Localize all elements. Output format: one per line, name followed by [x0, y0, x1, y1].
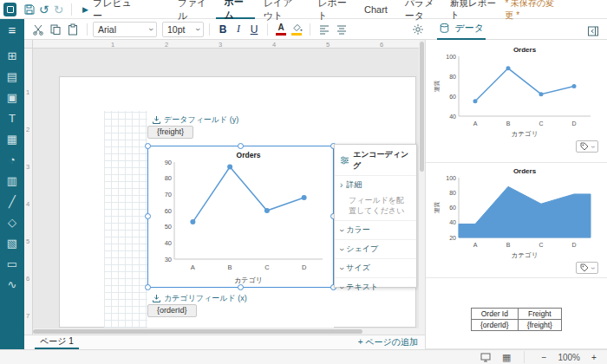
- tab-parameters[interactable]: パラメータ: [396, 0, 450, 19]
- svg-text:運賃: 運賃: [434, 202, 441, 214]
- tab-home[interactable]: ホーム: [216, 0, 255, 19]
- redo-icon[interactable]: ↻: [51, 1, 66, 18]
- preview-button[interactable]: ▶ プレビュー: [77, 0, 138, 19]
- sidebar-tool-textbox[interactable]: T: [0, 107, 24, 128]
- line-icon: ╱: [9, 195, 16, 208]
- selection-handle-nw[interactable]: [145, 143, 151, 149]
- x-field-chip[interactable]: {orderId}: [147, 304, 197, 317]
- svg-text:C: C: [264, 263, 270, 271]
- separator: [71, 3, 72, 16]
- table-cell-orderid: {orderId}: [472, 320, 519, 331]
- sidebar-tool-toolbox[interactable]: ⊞: [0, 45, 24, 66]
- app-logo-icon[interactable]: [3, 3, 16, 16]
- bold-button[interactable]: B: [215, 22, 231, 37]
- scrollbar-thumb[interactable]: [420, 42, 424, 172]
- encoding-section-label: シェイプ: [346, 244, 378, 255]
- sidebar-tool-image[interactable]: ▣: [0, 87, 24, 107]
- undo-icon[interactable]: ↺: [36, 1, 51, 18]
- paste-icon[interactable]: [64, 21, 82, 38]
- fill-color-button[interactable]: [289, 22, 304, 37]
- sidebar-tool-line[interactable]: ╱: [0, 191, 24, 211]
- report-name: 新規レポート: [450, 0, 496, 22]
- font-color-label: A: [277, 23, 284, 32]
- font-family-value: Arial: [98, 24, 116, 35]
- save-icon[interactable]: [22, 1, 36, 18]
- sidebar-tool-pie-chart[interactable]: ◔: [0, 149, 24, 170]
- ruler-number: 4: [26, 200, 29, 208]
- encoding-section-label: サイズ: [346, 263, 370, 274]
- encoding-section-shape[interactable]: › シェイプ: [335, 239, 416, 258]
- table-header-freight: Freight: [518, 309, 561, 320]
- x-field-drop-zone[interactable]: カテゴリフィールド (x): [152, 293, 247, 304]
- sidebar-tool-barcode[interactable]: ▧: [0, 232, 24, 253]
- y-field-drop-zone[interactable]: データフィールド (y): [152, 114, 238, 126]
- grid-view-icon[interactable]: ▦: [502, 352, 511, 363]
- horizontal-ruler: 1 2 3 4 5 6: [33, 40, 425, 49]
- horizontal-scrollbar[interactable]: [33, 328, 419, 335]
- svg-text:Orders: Orders: [513, 46, 537, 54]
- page-tab-bar: ページ 1 + ページの追加: [24, 335, 425, 349]
- encoding-section-color[interactable]: › カラー: [335, 220, 416, 239]
- tab-data-panel[interactable]: データ: [437, 19, 486, 40]
- table-cell-freight: {freight}: [518, 320, 561, 331]
- data-preview-table: Order Id Freight {orderId} {freight}: [471, 308, 562, 331]
- table-header-orderid: Order Id: [472, 309, 519, 320]
- pie-chart-icon: ◔: [9, 153, 16, 166]
- field-drop-icon: [152, 294, 161, 303]
- copy-icon[interactable]: [47, 21, 64, 38]
- sidebar-tool-table[interactable]: ▦: [0, 128, 24, 149]
- collapse-panel-icon[interactable]: [584, 23, 602, 40]
- align-center-icon[interactable]: [333, 21, 350, 38]
- page-tab-1[interactable]: ページ 1: [35, 335, 79, 349]
- sidebar-tool-container[interactable]: ▭: [0, 253, 24, 274]
- encoding-section-text[interactable]: › テキスト: [335, 277, 416, 296]
- chevron-down-icon: ›: [337, 286, 346, 289]
- y-field-chip[interactable]: {freight}: [147, 126, 193, 139]
- font-color-button[interactable]: A: [273, 22, 289, 37]
- chart-design-element[interactable]: Orders30405060708090ABCDカテゴリ: [147, 146, 334, 288]
- svg-text:90: 90: [165, 159, 172, 166]
- table-row[interactable]: {orderId} {freight}: [472, 320, 562, 331]
- svg-text:Orders: Orders: [237, 151, 261, 159]
- selection-handle-s[interactable]: [238, 284, 244, 290]
- design-view-icon[interactable]: [477, 348, 494, 364]
- tab-file[interactable]: ファイル: [169, 0, 216, 19]
- chart-suggestion-area[interactable]: Orders20406080100ABCDカテゴリ運賃 ›: [426, 163, 607, 278]
- vertical-scrollbar[interactable]: [419, 40, 425, 335]
- ruler-number: 3: [26, 163, 29, 171]
- underline-button[interactable]: U: [246, 22, 262, 37]
- italic-button[interactable]: I: [231, 22, 246, 37]
- chart-suggestion-line[interactable]: Orders406080100ABCDカテゴリ運賃 ›: [426, 40, 607, 163]
- font-size-select[interactable]: 10pt ›: [162, 22, 204, 37]
- zoom-out-button[interactable]: −: [538, 351, 550, 363]
- svg-text:B: B: [506, 242, 511, 248]
- encoding-section-details[interactable]: › 詳細: [335, 175, 416, 194]
- selection-handle-n[interactable]: [238, 143, 244, 149]
- sidebar-tool-shape[interactable]: ◇: [0, 211, 24, 232]
- selection-handle-sw[interactable]: [145, 284, 151, 290]
- add-page-button[interactable]: + ページの追加: [358, 336, 418, 348]
- font-family-select[interactable]: Arial ›: [93, 22, 157, 37]
- table-icon: ▦: [7, 133, 17, 146]
- sidebar-tool-sparkline[interactable]: ∿: [0, 274, 24, 295]
- svg-text:60: 60: [449, 205, 456, 211]
- field-binding-button[interactable]: ›: [576, 140, 598, 153]
- table-header-row: Order Id Freight: [472, 309, 562, 320]
- font-color-swatch: [276, 33, 286, 36]
- cut-icon[interactable]: [29, 21, 47, 38]
- encoding-section-size[interactable]: › サイズ: [335, 258, 416, 277]
- sidebar-menu-button[interactable]: ≡: [0, 19, 24, 40]
- selection-handle-w[interactable]: [145, 213, 151, 219]
- tab-report[interactable]: レポート: [309, 0, 356, 19]
- tag-icon: [580, 142, 589, 151]
- chevron-down-icon: ›: [337, 267, 346, 270]
- align-left-icon[interactable]: [316, 21, 333, 38]
- field-binding-button[interactable]: ›: [576, 262, 598, 274]
- scrollbar-thumb[interactable]: [33, 329, 362, 334]
- sidebar-tool-bar-chart[interactable]: ▥: [0, 170, 24, 191]
- zoom-in-button[interactable]: +: [588, 351, 600, 363]
- tab-chart[interactable]: Chart: [356, 0, 396, 19]
- gear-icon[interactable]: [409, 21, 427, 38]
- sidebar-tool-layers[interactable]: ▤: [0, 66, 24, 87]
- tab-layout[interactable]: レイアウト: [255, 0, 309, 19]
